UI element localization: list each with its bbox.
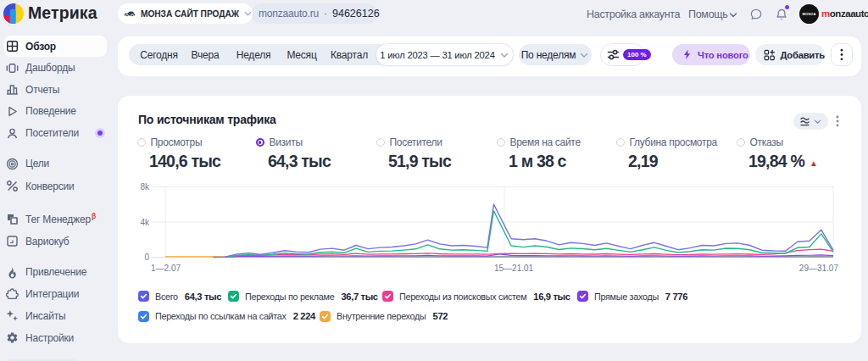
svg-text:8k: 8k bbox=[140, 182, 150, 192]
svg-text:0: 0 bbox=[144, 253, 149, 262]
svg-text:29—31.07: 29—31.07 bbox=[799, 264, 839, 273]
svg-text:15—21.01: 15—21.01 bbox=[494, 264, 534, 273]
svg-text:4k: 4k bbox=[140, 218, 150, 227]
svg-text:1—2.07: 1—2.07 bbox=[151, 264, 181, 273]
